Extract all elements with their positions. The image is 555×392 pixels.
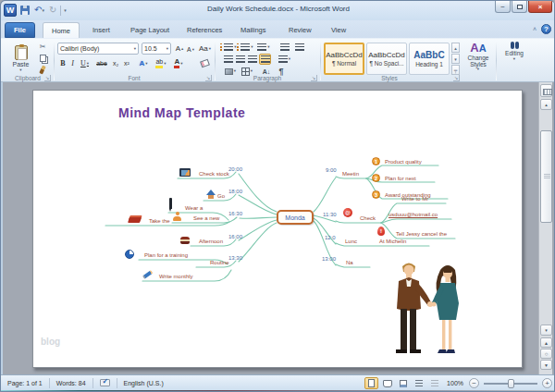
- font-dialog-launcher[interactable]: ↘: [205, 75, 212, 81]
- page[interactable]: Mind Map Template blog: [32, 90, 523, 368]
- minimize-button[interactable]: −: [495, 1, 511, 13]
- multilevel-list-button[interactable]: ▾: [256, 42, 271, 53]
- branch-time: 18:00: [228, 189, 242, 194]
- word-count[interactable]: Words: 84: [50, 378, 93, 388]
- numbering-button[interactable]: ▾: [240, 42, 254, 53]
- clear-formatting-button[interactable]: [199, 57, 210, 69]
- burger-icon: [180, 237, 190, 244]
- copy-button[interactable]: [36, 54, 49, 63]
- tab-insert[interactable]: Insert: [84, 22, 118, 38]
- tab-references[interactable]: References: [179, 22, 230, 38]
- increase-indent-icon: [295, 43, 304, 51]
- styles-dialog-launcher[interactable]: ↘: [453, 75, 460, 81]
- styles-scroll-down-icon[interactable]: ▾: [451, 54, 460, 64]
- borders-caret-icon: ▾: [251, 69, 253, 73]
- subscript-button[interactable]: x₂: [110, 57, 121, 69]
- status-bar: Page: 1 of 1 Words: 84 ✓ English (U.S.) …: [1, 374, 555, 390]
- superscript-button[interactable]: x²: [121, 57, 132, 69]
- zoom-level[interactable]: 100%: [447, 380, 463, 386]
- print-layout-icon: [368, 379, 375, 387]
- branch-label: Take the: [149, 218, 170, 224]
- grow-font-button[interactable]: A▴: [174, 43, 185, 55]
- web-layout-view-button[interactable]: [396, 377, 410, 389]
- zoom-slider[interactable]: [484, 383, 537, 385]
- draft-view-button[interactable]: [427, 377, 441, 389]
- font-color-caret-icon: ▾: [180, 62, 182, 66]
- spellcheck-book-icon: ✓: [100, 379, 110, 386]
- tab-file[interactable]: File: [5, 22, 35, 38]
- zoom-out-button[interactable]: −: [469, 378, 479, 388]
- align-right-button[interactable]: [247, 54, 258, 65]
- styles-gallery-more-icon[interactable]: ╤: [451, 65, 460, 75]
- print-layout-view-button[interactable]: [364, 377, 378, 389]
- tab-view[interactable]: View: [323, 22, 354, 38]
- font-size-combo[interactable]: 10.5▾: [142, 43, 171, 55]
- branch-time: 12:0: [325, 235, 336, 240]
- ribbon-tab-row: File Home Insert Page Layout References …: [1, 20, 555, 38]
- shrink-font-button[interactable]: A▾: [185, 43, 196, 55]
- line-spacing-button[interactable]: ▾: [277, 54, 292, 65]
- italic-button[interactable]: I: [68, 57, 77, 69]
- title-bar[interactable]: W ↶▾ ↻ ▾ Daily Work Schedule.docx - Micr…: [1, 1, 555, 20]
- font-color-button[interactable]: A▾: [171, 57, 186, 69]
- tab-home[interactable]: Home: [43, 22, 80, 38]
- scroll-down-icon[interactable]: ▾: [540, 325, 552, 336]
- align-center-button[interactable]: [235, 54, 246, 65]
- outline-icon: [415, 380, 423, 387]
- style-no-spacing[interactable]: AaBbCcDd ¶ No Spaci...: [366, 43, 407, 75]
- page-indicator[interactable]: Page: 1 of 1: [1, 378, 50, 388]
- font-name-caret-icon: ▾: [134, 47, 136, 51]
- strikethrough-button[interactable]: abe: [94, 57, 109, 69]
- style-heading1[interactable]: AaBbC Heading 1: [409, 43, 450, 75]
- format-painter-button[interactable]: [36, 65, 49, 74]
- change-case-button[interactable]: Aa▾: [198, 43, 212, 55]
- zoom-in-button[interactable]: +: [542, 378, 552, 388]
- tab-review[interactable]: Review: [280, 22, 320, 38]
- window-controls: − ×: [494, 1, 552, 13]
- bullets-button[interactable]: ▾: [223, 42, 238, 53]
- tab-page-layout[interactable]: Page Layout: [122, 22, 178, 38]
- font-group-label: Font: [55, 75, 214, 81]
- font-group: Calibri (Body)▾ 10.5▾ A▴ A▾ Aa▾ B I U▾ a…: [55, 39, 214, 82]
- select-browse-object-button[interactable]: ○: [540, 349, 552, 359]
- previous-page-button[interactable]: ▲: [540, 337, 552, 348]
- spellcheck-status[interactable]: ✓: [93, 378, 117, 388]
- style-normal[interactable]: AaBbCcDd ¶ Normal: [324, 43, 364, 75]
- bullets-caret-icon: ▾: [234, 45, 236, 49]
- zoom-slider-thumb[interactable]: [508, 379, 514, 388]
- change-styles-button[interactable]: AA Change Styles ▾: [462, 42, 495, 77]
- word-window: W ↶▾ ↻ ▾ Daily Work Schedule.docx - Micr…: [0, 0, 555, 392]
- styles-scroll-up-icon[interactable]: ▴: [451, 43, 460, 53]
- cut-button[interactable]: ✂: [36, 43, 49, 52]
- text-effects-button[interactable]: A▾: [136, 57, 151, 69]
- increase-indent-button[interactable]: [293, 42, 305, 53]
- scroll-up-icon[interactable]: ▴: [540, 99, 552, 110]
- paragraph-dialog-launcher[interactable]: ↘: [311, 75, 317, 81]
- paragraph-group: ▾ ▾ ▾ ▾ ▾ ▾ A↓ ¶ Paragraph ↘: [216, 39, 319, 82]
- close-button[interactable]: ×: [528, 1, 552, 13]
- document-area: Mind Map Template blog: [1, 82, 555, 374]
- highlight-color-button[interactable]: ab▾: [153, 57, 169, 69]
- outline-view-button[interactable]: [412, 377, 426, 389]
- paste-button[interactable]: Paste ▾: [7, 43, 34, 75]
- next-page-button[interactable]: ▼: [540, 360, 552, 370]
- font-name-combo[interactable]: Calibri (Body)▾: [57, 43, 139, 55]
- vertical-scrollbar[interactable]: ▴ ▾ ▲ ○ ▼: [538, 82, 552, 374]
- fullscreen-reading-view-button[interactable]: [380, 377, 394, 389]
- decrease-indent-button[interactable]: [278, 42, 290, 53]
- restore-button[interactable]: [512, 1, 527, 13]
- copy-icon: [40, 55, 46, 62]
- help-icon[interactable]: ?: [541, 24, 551, 34]
- language-indicator[interactable]: English (U.S.): [117, 378, 170, 388]
- align-left-button[interactable]: [223, 54, 234, 65]
- editing-button[interactable]: Editing ▾: [502, 42, 526, 77]
- ruler-toggle-button[interactable]: [540, 84, 552, 97]
- underline-button[interactable]: U▾: [78, 57, 92, 69]
- minimize-ribbon-icon[interactable]: ˄: [533, 26, 536, 32]
- numbering-caret-icon: ▾: [251, 45, 253, 49]
- clipboard-dialog-launcher[interactable]: ↘: [44, 75, 51, 81]
- bold-button[interactable]: B: [58, 57, 68, 69]
- tab-mailings[interactable]: Mailings: [232, 22, 275, 38]
- scroll-thumb[interactable]: [540, 130, 552, 223]
- justify-button[interactable]: [259, 54, 271, 65]
